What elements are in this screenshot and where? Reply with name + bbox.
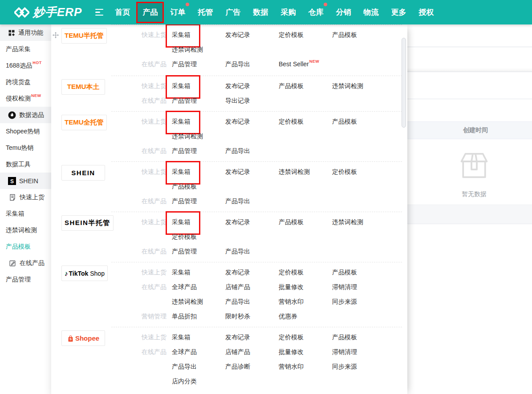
sidebar-item-cross-border-goods[interactable]: 跨境货盘 (0, 74, 51, 90)
menu-item-best-seller[interactable]: Best SellerNEW (279, 57, 332, 72)
menu-item-forbidden-words[interactable]: 违禁词检测 (172, 42, 225, 57)
menu-item-product-export[interactable]: 产品导出 (225, 57, 279, 72)
menu-item-product-template[interactable]: 产品模板 (279, 215, 332, 229)
menu-item-product-template[interactable]: 产品模板 (332, 28, 386, 42)
menu-item-forbidden-words[interactable]: 违禁词检测 (172, 294, 225, 309)
sidebar-item-collect-box[interactable]: 采集箱 (0, 205, 51, 222)
nav-item-ads[interactable]: 广告 (219, 0, 247, 24)
menu-item-collect-box[interactable]: 采集箱 (172, 330, 225, 345)
menu-item-batch-edit[interactable]: 批量修改 (279, 280, 332, 294)
menu-item-single-discount[interactable]: 单品折扣 (172, 309, 225, 324)
menu-item-publish-record[interactable]: 发布记录 (225, 114, 279, 129)
sidebar-item-data-tools[interactable]: 数据工具 (0, 156, 51, 173)
drag-handle-icon[interactable] (53, 32, 59, 38)
menu-item-publish-record[interactable]: 发布记录 (225, 265, 279, 280)
menu-item-collect-box[interactable]: 采集箱 (172, 114, 225, 129)
menu-item-global-products[interactable]: 全球产品 (172, 280, 225, 294)
menu-item-product-manage[interactable]: 产品管理 (172, 144, 225, 158)
menu-item-publish-record[interactable]: 发布记录 (225, 215, 279, 229)
menu-item-collect-box[interactable]: 采集箱 (172, 265, 225, 280)
menu-item-product-manage[interactable]: 产品管理 (172, 93, 225, 108)
menu-item-shop-category[interactable]: 店内分类 (172, 374, 225, 389)
menu-item-product-export[interactable]: 产品导出 (225, 244, 279, 259)
menu-item-pricing-template[interactable]: 定价模板 (172, 229, 225, 244)
nav-item-data[interactable]: 数据 (247, 0, 274, 24)
nav-item-hosting[interactable]: 托管 (191, 0, 219, 24)
menu-item-flash-sale[interactable]: 限时秒杀 (225, 309, 279, 324)
menu-item-coupon[interactable]: 优惠券 (279, 309, 332, 324)
menu-item-collect-box[interactable]: 采集箱 (172, 28, 225, 42)
sidebar-item-infringement-check[interactable]: 侵权检测NEW (0, 90, 51, 107)
menu-item-forbidden-words[interactable]: 违禁词检测 (332, 79, 386, 93)
menu-item-product-manage[interactable]: 产品管理 (172, 244, 225, 259)
menu-item-product-export[interactable]: 产品导出 (225, 294, 279, 309)
menu-item-shop-products[interactable]: 店铺产品 (225, 345, 279, 359)
sidebar-item-product-template[interactable]: 产品模板 (0, 238, 51, 255)
nav-item-home[interactable]: 首页 (109, 0, 136, 24)
menu-item-marketing-watermark[interactable]: 营销水印 (279, 294, 332, 309)
menu-item-product-manage[interactable]: 产品管理 (172, 194, 225, 209)
sidebar-item-data-picking[interactable]: 数据选品 (0, 107, 51, 123)
menu-item-pricing-template[interactable]: 定价模板 (279, 330, 332, 345)
menu-item-shop-products[interactable]: 店铺产品 (225, 280, 279, 294)
menu-item-batch-edit[interactable]: 批量修改 (279, 345, 332, 359)
nav-item-more[interactable]: 更多 (385, 0, 412, 24)
menu-item-export-record[interactable]: 导出记录 (225, 93, 279, 108)
menu-item-collect-box[interactable]: 采集箱 (172, 215, 225, 229)
menu-item-product-export[interactable]: 产品导出 (172, 359, 225, 374)
menu-item-global-products[interactable]: 全球产品 (172, 345, 225, 359)
scrollbar-thumb[interactable] (402, 38, 406, 128)
sidebar-item-product-manage[interactable]: 产品管理 (0, 271, 51, 288)
sidebar-item-shopee-hot[interactable]: Shopee热销 (0, 123, 51, 140)
menu-item-product-template[interactable]: 产品模板 (172, 179, 225, 194)
menu-item-pricing-template[interactable]: 定价模板 (332, 165, 386, 179)
menu-item-collect-box[interactable]: 采集箱 (172, 79, 225, 93)
nav-item-product[interactable]: 产品 (136, 2, 164, 23)
nav-item-authorize[interactable]: 授权 (412, 0, 440, 24)
menu-item-product-export[interactable]: 产品导出 (225, 194, 279, 209)
menu-item-publish-record[interactable]: 发布记录 (225, 79, 279, 93)
menu-item-pricing-template[interactable]: 定价模板 (279, 265, 332, 280)
menu-column: 批量修改营销水印 (279, 280, 332, 309)
sidebar-item-forbidden-words[interactable]: 违禁词检测 (0, 222, 51, 238)
menu-item-forbidden-words[interactable]: 违禁词检测 (332, 215, 386, 229)
sidebar-item-online-products[interactable]: 在线产品 (0, 255, 51, 271)
menu-item-marketing-watermark[interactable]: 营销水印 (279, 359, 332, 374)
platform-groups: 快速上货采集箱发布记录产品模板违禁词检测在线产品产品管理导出记录 (142, 79, 407, 108)
menu-item-publish-record[interactable]: 发布记录 (225, 28, 279, 42)
sidebar-item-label: 数据工具 (6, 161, 31, 169)
menu-item-forbidden-words[interactable]: 违禁词检测 (279, 165, 332, 179)
menu-item-product-template[interactable]: 产品模板 (332, 265, 386, 280)
nav-item-purchase[interactable]: 采购 (274, 0, 302, 24)
menu-item-product-manage[interactable]: 产品管理 (172, 57, 225, 72)
menu-item-stale-clean[interactable]: 滞销清理 (332, 345, 386, 359)
menu-item-sync-source[interactable]: 同步来源 (332, 359, 386, 374)
sidebar-item-common-functions[interactable]: 通用功能 (0, 24, 51, 41)
app-logo[interactable]: 妙手ERP (14, 4, 82, 20)
nav-item-order[interactable]: 订单 (164, 0, 191, 24)
nav-item-logistics[interactable]: 物流 (357, 0, 385, 24)
menu-item-forbidden-words[interactable]: 违禁词检测 (172, 129, 225, 144)
menu-item-product-template[interactable]: 产品模板 (279, 79, 332, 93)
sidebar-item-shein[interactable]: SSHEIN (0, 173, 51, 189)
menu-item-product-template[interactable]: 产品模板 (332, 330, 386, 345)
menu-item-publish-record[interactable]: 发布记录 (225, 165, 279, 179)
sidebar-item-quick-listing[interactable]: 快速上货 (0, 189, 51, 205)
sidebar-item-temu-hot[interactable]: Temu热销 (0, 140, 51, 156)
menu-column (279, 194, 332, 209)
menu-item-product-export[interactable]: 产品导出 (225, 144, 279, 158)
menu-item-pricing-template[interactable]: 定价模板 (279, 28, 332, 42)
nav-item-warehouse[interactable]: 仓库 (302, 0, 329, 24)
menu-item-collect-box[interactable]: 采集箱 (172, 165, 225, 179)
nav-item-distribution[interactable]: 分销 (329, 0, 357, 24)
menu-item-product-template[interactable]: 产品模板 (332, 114, 386, 129)
menu-item-pricing-template[interactable]: 定价模板 (279, 114, 332, 129)
menu-item-stale-clean[interactable]: 滞销清理 (332, 280, 386, 294)
menu-item-product-diagnose[interactable]: 产品诊断 (225, 359, 279, 374)
menu-column (332, 194, 386, 209)
sidebar-item-product-collect[interactable]: 产品采集 (0, 41, 51, 57)
menu-item-publish-record[interactable]: 发布记录 (225, 330, 279, 345)
sidebar-item-1688-picking[interactable]: 1688选品HOT (0, 57, 51, 74)
menu-collapse-icon[interactable] (95, 9, 103, 16)
menu-item-sync-source[interactable]: 同步来源 (332, 294, 386, 309)
